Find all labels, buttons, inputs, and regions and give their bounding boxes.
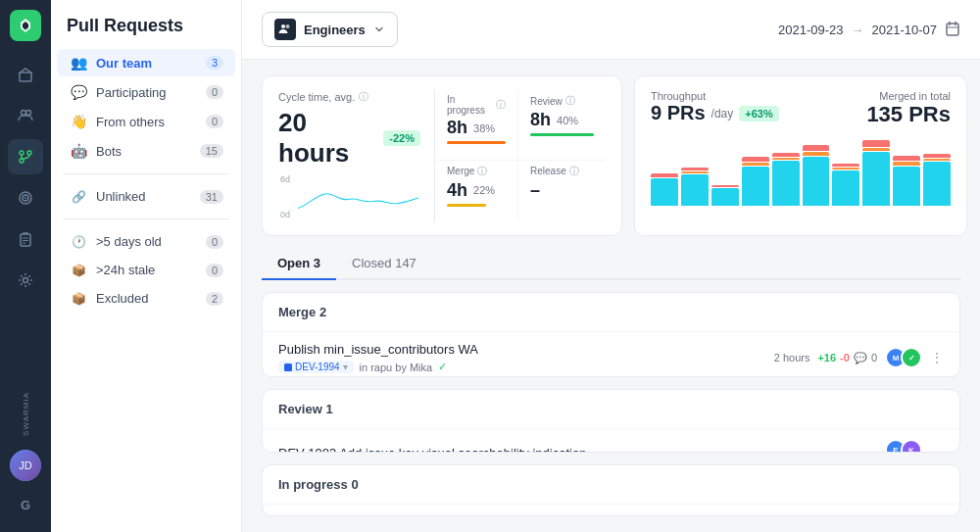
cycle-time-value: 20 hours -22% [278, 108, 420, 169]
chevron-down-icon [373, 24, 385, 35]
date-end: 2021-10-07 [872, 23, 938, 37]
sidebar-label-5days: >5 days old [96, 234, 198, 249]
avatar-1b: ✓ [901, 347, 922, 368]
review-bar [530, 133, 594, 136]
nav-team[interactable] [8, 98, 43, 133]
pr-tag-1[interactable]: DEV-1994 ▾ [278, 361, 354, 373]
cycle-trend-badge: -22% [383, 130, 420, 146]
sidebar-badge-participating: 0 [206, 85, 223, 99]
team-avatar [274, 19, 296, 40]
svg-point-14 [281, 24, 285, 28]
main-content: Engineers 2021-09-23 → 2021-10-07 Cycle [242, 0, 980, 532]
review-value: 8h 40% [530, 110, 594, 130]
app-logo[interactable] [10, 10, 41, 41]
svg-rect-16 [947, 24, 958, 35]
svg-rect-0 [20, 73, 31, 81]
pr-item: Publish min_issue_contributors WA DEV-19… [263, 332, 959, 377]
cycle-time-card: Cycle time, avg. ⓘ 20 hours -22% 6d [262, 75, 622, 236]
merge-header: Merge 2 [263, 293, 959, 332]
sidebar-badge-5days: 0 [206, 235, 223, 249]
sidebar-badge-excluded: 2 [206, 292, 223, 306]
in-progress-bar [447, 141, 506, 144]
sidebar-badge-from-others: 0 [206, 115, 223, 128]
pr-more-1[interactable]: ⋮ [930, 350, 944, 365]
merge-value: 4h 22% [447, 180, 506, 201]
sidebar-item-stale[interactable]: 📦 >24h stale 0 [57, 257, 235, 283]
excluded-icon: 📦 [69, 292, 88, 306]
content-area: Cycle time, avg. ⓘ 20 hours -22% 6d [242, 60, 980, 532]
svg-point-8 [24, 197, 26, 199]
sidebar-label-unlinked: Unlinked [96, 189, 192, 204]
nav-targets[interactable] [8, 180, 43, 216]
throughput-card: Throughput 9 PRs /day +63% Merged in tot… [634, 75, 967, 236]
left-nav: SWARMIA JD G [0, 0, 51, 532]
nav-clipboard[interactable] [8, 221, 43, 257]
merged-label: Merged in total [866, 90, 951, 102]
review-header: Review 1 [263, 390, 959, 429]
release-value: – [530, 180, 594, 201]
tab-open[interactable]: Open 3 [262, 248, 336, 280]
participating-icon: 💬 [69, 84, 88, 100]
bots-icon: 🤖 [69, 143, 88, 159]
date-start: 2021-09-23 [778, 23, 844, 37]
throughput-chart [651, 137, 951, 206]
pr-right-3: 1 day +44 -11 💬 14 E K M ⋮ [771, 439, 944, 452]
pr-tabs: Open 3 Closed 147 [262, 248, 960, 280]
nav-bottom-g[interactable]: G [8, 487, 43, 522]
sidebar-item-excluded[interactable]: 📦 Excluded 2 [57, 285, 235, 312]
merge-label: Merge ⓘ [447, 165, 506, 178]
avatar-3b: K [901, 439, 922, 452]
sidebar-item-from-others[interactable]: 👋 From others 0 [57, 108, 235, 135]
pr-meta-text-1: in rapu by Mika [360, 362, 433, 373]
date-range: 2021-09-23 → 2021-10-07 [778, 21, 960, 39]
nav-home[interactable] [8, 57, 43, 92]
review-label: Review ⓘ [530, 94, 594, 108]
team-selector[interactable]: Engineers [262, 12, 398, 47]
sidebar-badge-unlinked: 31 [200, 190, 223, 204]
cycle-info-icon[interactable]: ⓘ [359, 90, 368, 104]
sidebar-label-excluded: Excluded [96, 291, 198, 306]
user-avatar[interactable]: JD [10, 450, 41, 481]
nav-pullrequests[interactable] [8, 139, 43, 174]
merge-bar [447, 204, 486, 207]
pr-title-1: Publish min_issue_contributors WA [278, 342, 762, 357]
svg-point-15 [286, 24, 290, 28]
sidebar-item-5days[interactable]: 🕐 >5 days old 0 [57, 228, 235, 255]
release-label: Release ⓘ [530, 165, 594, 178]
stats-row: Cycle time, avg. ⓘ 20 hours -22% 6d [262, 75, 960, 236]
merge-section: Merge 2 Publish min_issue_contributors W… [262, 292, 960, 377]
sidebar-badge-bots: 15 [200, 144, 223, 158]
pr-time-1: 2 hours [774, 352, 810, 363]
throughput-trend: +63% [739, 106, 778, 121]
pr-right-1: 2 hours +16 -0 💬 0 M ✓ ⋮ [774, 347, 944, 368]
date-arrow: → [852, 23, 864, 37]
sidebar-item-participating[interactable]: 💬 Participating 0 [57, 78, 235, 106]
sidebar-item-bots[interactable]: 🤖 Bots 15 [57, 137, 235, 165]
check-icon-1: ✓ [438, 361, 447, 373]
sidebar: Pull Requests 👥 Our team 3 💬 Participati… [51, 0, 242, 532]
pr-meta-1: DEV-1994 ▾ in rapu by Mika ✓ [278, 361, 762, 373]
sidebar-badge-our-team: 3 [206, 56, 223, 70]
nav-settings[interactable] [8, 263, 43, 298]
team-name: Engineers [304, 23, 366, 37]
pr-stats-1: +16 -0 💬 0 [817, 352, 877, 364]
pr-title-3: DEV-1983 Add issue key visual searchabil… [278, 446, 760, 452]
review-section: Review 1 DEV-1983 Add issue key visual s… [262, 389, 960, 452]
sidebar-divider-2 [63, 218, 229, 219]
svg-point-2 [26, 111, 31, 116]
pr-info-1: Publish min_issue_contributors WA DEV-19… [278, 342, 762, 373]
sidebar-label-from-others: From others [96, 115, 198, 129]
main-header: Engineers 2021-09-23 → 2021-10-07 [242, 0, 980, 60]
sidebar-item-unlinked[interactable]: 🔗 Unlinked 31 [57, 183, 235, 210]
others-icon: 👋 [69, 114, 88, 129]
cycle-time-label: Cycle time, avg. ⓘ [278, 90, 420, 104]
tab-closed[interactable]: Closed 147 [336, 248, 432, 280]
calendar-icon[interactable] [945, 21, 960, 39]
pr-avatars-3: E K M [885, 439, 922, 452]
in-progress-value: 8h 38% [447, 118, 506, 138]
team-icon: 👥 [69, 55, 88, 71]
5days-icon: 🕐 [69, 235, 88, 249]
sidebar-title: Pull Requests [51, 12, 241, 48]
sidebar-label-our-team: Our team [96, 56, 198, 71]
sidebar-item-our-team[interactable]: 👥 Our team 3 [57, 49, 235, 76]
